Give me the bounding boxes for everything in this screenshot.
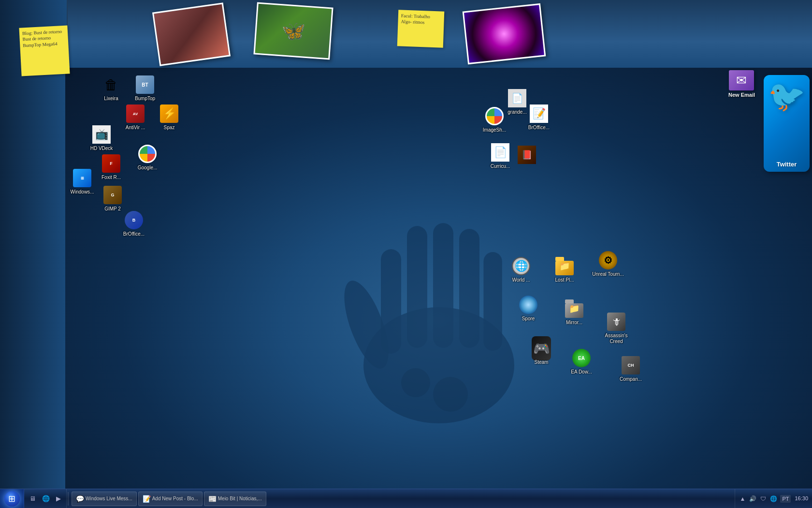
icon-label-spore: Spore [522, 316, 535, 322]
sticky-note-2: Facul: Trabalho Algo- ritmos [397, 10, 445, 47]
icon-dark_file[interactable]: 📕 [510, 145, 544, 166]
icon-label-foxit: Foxit R... [102, 175, 121, 180]
icon-img-google [138, 144, 157, 164]
sticky-note-1: Blog: Bust de retorno Bust de retorno Bu… [19, 25, 70, 76]
new-email-widget[interactable]: ✉ New Email [728, 70, 755, 98]
icon-google[interactable]: Google... [130, 144, 164, 171]
icon-img-spaz: ⚡ [160, 104, 179, 123]
messenger-icon: 💬 [76, 495, 84, 503]
icon-label-ea: EA Dow... [571, 369, 592, 375]
new-email-label: New Email [728, 92, 755, 98]
system-tray: ▲ 🔊 🛡 🌐 PT 16:30 [735, 489, 812, 508]
icon-assassin[interactable]: 🗡 Assassin's Creed [599, 312, 633, 344]
icon-windows[interactable]: ⊞ Windows... [65, 168, 99, 195]
twitter-widget[interactable]: 🐦 Twitter [764, 75, 810, 172]
icon-unreal[interactable]: ⚙ Unreal Tourn... [591, 251, 625, 277]
icon-spore[interactable]: Spore [511, 295, 545, 322]
icon-label-compan: Compan... [620, 376, 642, 382]
media-player-btn[interactable]: ▶ [54, 495, 63, 502]
twitter-bird-icon: 🐦 [768, 79, 805, 114]
icon-img-lostpl: 📁 [555, 256, 574, 276]
svg-rect-4 [459, 229, 479, 348]
icon-label-curricu: Curricu... [491, 164, 510, 169]
taskbar-window-blog[interactable]: 📝 Add New Post - Blo... [138, 492, 203, 506]
icon-img-curricu: 📄 [491, 143, 510, 162]
blog-window-label: Add New Post - Blo... [152, 496, 198, 501]
icon-img-antivir: AV [126, 104, 145, 123]
icon-label-hdvdeck: HD VDeck [90, 146, 113, 151]
icon-label-broffice2: BrOffice... [528, 125, 550, 131]
icon-img-broffice_main: B [124, 210, 144, 230]
icon-broffice_main[interactable]: B BrOffice... [117, 210, 151, 237]
icon-gimp[interactable]: G GIMP 2 [96, 185, 130, 212]
icon-broffice2[interactable]: 📝 BrOffice... [522, 104, 556, 131]
icon-foxit[interactable]: F Foxit R... [94, 154, 128, 180]
icon-hdvdeck[interactable]: 📺 HD VDeck [85, 125, 118, 151]
clock-time: 16:30 [795, 495, 808, 502]
icon-img-foxit: F [102, 154, 121, 173]
icon-compan[interactable]: CH Compan... [614, 356, 648, 382]
icon-label-steam: Steam [535, 359, 549, 365]
icon-label-bumptop: BumpTop [135, 96, 155, 102]
icon-img-bumptop: BT [135, 75, 155, 94]
icon-img-compan: CH [621, 356, 640, 375]
taskbar-divider-1 [68, 492, 69, 506]
noticias-window-label: Meio Bit | Noticias,... [218, 496, 262, 501]
icon-img-spore [519, 295, 538, 314]
twitter-label: Twitter [777, 161, 797, 168]
icon-label-assassin: Assassin's Creed [600, 333, 633, 344]
messenger-window-label: Windows Live Mess... [86, 496, 132, 501]
icon-img-dark_file: 📕 [517, 145, 536, 164]
email-envelope-icon: ✉ [729, 70, 754, 90]
svg-rect-3 [433, 223, 453, 348]
ie-btn[interactable]: 🌐 [40, 495, 52, 502]
icon-worldofoo[interactable]: 🌐 World ... [504, 256, 538, 283]
svg-point-8 [433, 377, 468, 412]
ceiling-photo-3 [463, 3, 546, 64]
ceiling-photo-2: 🦋 [253, 2, 333, 60]
clock: 16:30 [795, 495, 808, 502]
taskbar-window-messenger[interactable]: 💬 Windows Live Mess... [72, 492, 137, 506]
icon-img-mirror: 📁 [565, 299, 584, 318]
icon-label-lixeira: Lixeira [104, 96, 118, 102]
taskbar-window-noticias[interactable]: 📰 Meio Bit | Noticias,... [204, 492, 266, 506]
show-desktop-btn[interactable]: 🖥 [27, 495, 38, 502]
icon-img-ea: EA [572, 348, 591, 368]
desktop-background: Blog: Bust de retorno Bust de retorno Bu… [0, 0, 812, 508]
start-orb: ⊞ [4, 491, 20, 507]
icon-label-worldofoo: World ... [512, 277, 530, 283]
tray-icon-audio[interactable]: 🔊 [748, 495, 757, 502]
icon-label-broffice_main: BrOffice... [123, 231, 145, 237]
icon-mirror[interactable]: 📁 Mirror... [557, 299, 591, 326]
icon-img-hdvdeck: 📺 [92, 125, 111, 144]
tray-icon-network2: 🌐 [769, 495, 778, 502]
icon-img-worldofoo: 🌐 [511, 256, 531, 276]
icon-img-gimp: G [103, 185, 122, 205]
icon-spaz[interactable]: ⚡ Spaz [152, 104, 186, 131]
icon-lostpl[interactable]: 📁 Lost Pl... [548, 256, 581, 283]
icon-ea[interactable]: EA EA Dow... [565, 348, 598, 375]
icon-label-windows: Windows... [71, 189, 94, 195]
icon-img-assassin: 🗡 [607, 312, 626, 331]
icon-label-spaz: Spaz [164, 125, 175, 131]
icon-img-broffice2: 📝 [529, 104, 549, 123]
icon-label-antivir: AntiVir ... [126, 125, 145, 131]
icon-label-unreal: Unreal Tourn... [592, 271, 624, 277]
tray-icon-network: ▲ [739, 495, 747, 502]
icon-bumptop[interactable]: BT BumpTop [128, 75, 162, 102]
icon-label-google: Google... [138, 165, 158, 171]
lang-indicator[interactable]: PT [780, 495, 791, 503]
windows-logo-icon: ⊞ [8, 493, 15, 504]
icon-lixeira[interactable]: 🗑 Lixeira [94, 75, 128, 102]
icon-img-lixeira: 🗑 [102, 75, 121, 94]
icon-label-mirror: Mirror... [566, 320, 582, 326]
back-wall [65, 68, 812, 489]
icon-antivir[interactable]: AV AntiVir ... [118, 104, 152, 131]
start-button[interactable]: ⊞ [0, 489, 24, 508]
icon-steam[interactable]: 🎮 Steam [524, 339, 558, 365]
taskbar: ⊞ 🖥 🌐 ▶ 💬 Windows Live Mess... 📝 Add New… [0, 489, 812, 508]
svg-rect-2 [407, 226, 427, 348]
icon-img-steam: 🎮 [532, 339, 551, 358]
icon-label-lostpl: Lost Pl... [555, 277, 574, 283]
icon-label-imagesh: ImageSh... [483, 127, 506, 133]
